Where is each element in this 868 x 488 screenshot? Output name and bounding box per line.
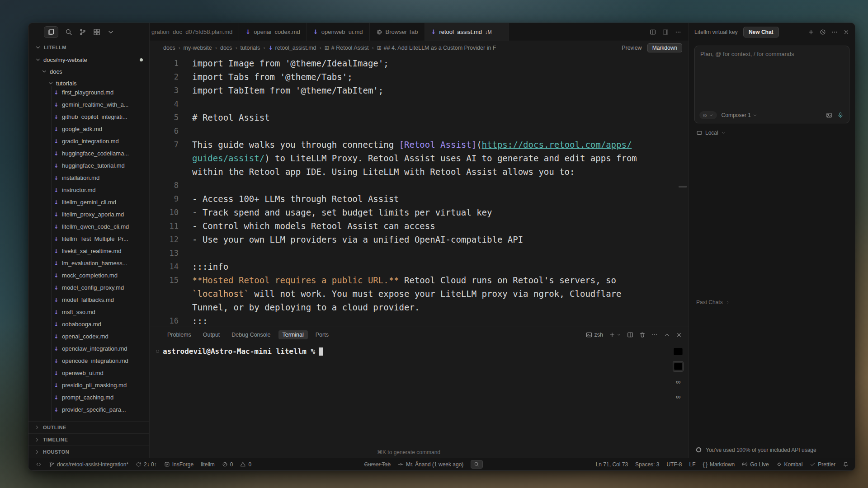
status-kombai[interactable]: Kombai <box>776 461 803 468</box>
status-2-0[interactable]: 2↓ 0↑ <box>136 461 157 468</box>
chevron-down-button[interactable] <box>107 28 114 36</box>
close-chat-panel-icon[interactable] <box>843 29 849 35</box>
status-utf-8[interactable]: UTF-8 <box>666 461 682 468</box>
maximize-panel-icon[interactable] <box>664 332 670 338</box>
file-presidio-pii-masking-md[interactable]: ↓presidio_pii_masking.md <box>28 379 149 391</box>
close-icon[interactable] <box>497 29 502 35</box>
file-openclaw-integration-md[interactable]: ↓openclaw_integration.md <box>28 343 149 355</box>
kill-terminal-icon[interactable] <box>639 332 646 338</box>
file-openai-codex-md[interactable]: ↓openai_codex.md <box>28 330 149 343</box>
file-openweb-ui-md[interactable]: ↓openweb_ui.md <box>28 367 149 379</box>
tab-openai-codex-md[interactable]: ↓openai_codex.md <box>239 23 307 41</box>
terminal-icon[interactable] <box>673 361 684 372</box>
composer-selector[interactable]: Composer 1 <box>722 112 757 118</box>
breadcrumb-item-docs[interactable]: docs <box>220 45 232 51</box>
chat-input-box[interactable]: ∞ Composer 1 <box>694 46 849 123</box>
customize-layout-icon[interactable] <box>662 29 669 35</box>
status-spaces-3[interactable]: Spaces: 3 <box>635 461 659 468</box>
file-mock-completion-md[interactable]: ↓mock_completion.md <box>28 269 149 282</box>
terminal-content[interactable]: astrodevil@Astro-Mac-mini litellm % <box>150 343 668 458</box>
file-first-playground-md[interactable]: ↓first_playground.md <box>28 86 149 99</box>
shell-indicator[interactable]: zsh <box>586 332 603 338</box>
image-icon[interactable] <box>826 112 832 118</box>
status-prettier[interactable]: Prettier <box>810 461 835 468</box>
split-editor-icon[interactable] <box>650 29 656 35</box>
file-litellm-test-multiple-pr[interactable]: ↓litellm_Test_Multiple_Pr... <box>28 233 149 245</box>
split-terminal-icon[interactable] <box>627 332 633 338</box>
file-instructor-md[interactable]: ↓instructor.md <box>28 184 149 196</box>
status-0[interactable]: 0 <box>240 461 251 468</box>
file-prompt-caching-md[interactable]: ↓prompt_caching.md <box>28 391 149 404</box>
more-actions-icon[interactable] <box>675 29 681 35</box>
breadcrumb-item-my-website[interactable]: my-website <box>184 45 212 51</box>
file-gemini-realtime-with-a[interactable]: ↓gemini_realtime_with_a... <box>28 99 149 111</box>
chat-input[interactable] <box>700 51 844 100</box>
mic-icon[interactable] <box>837 112 844 118</box>
file-litellm-gemini-cli-md[interactable]: ↓litellm_gemini_cli.md <box>28 196 149 208</box>
infinity-icon[interactable]: ∞ <box>673 391 684 402</box>
status-bell[interactable] <box>843 461 849 467</box>
history-icon[interactable] <box>820 29 826 35</box>
breadcrumb-item-tutorials[interactable]: tutorials <box>241 45 260 51</box>
search-button[interactable] <box>65 28 72 36</box>
terminal-icon[interactable] <box>673 346 684 357</box>
status-litellm[interactable]: litellm <box>201 461 215 468</box>
file-model-config-proxy-md[interactable]: ↓model_config_proxy.md <box>28 282 149 294</box>
file-gradio-integration-md[interactable]: ↓gradio_integration.md <box>28 135 149 147</box>
file-opencode-integration-md[interactable]: ↓opencode_integration.md <box>28 355 149 367</box>
new-chat-button[interactable]: New Chat <box>743 27 779 38</box>
tab-gration-doc-d075fd58-plan-md[interactable]: gration_doc_d075fd58.plan.md <box>150 23 239 41</box>
branch-button[interactable] <box>79 28 86 36</box>
panel-tab-terminal[interactable]: Terminal <box>278 330 308 339</box>
file-google-adk-md[interactable]: ↓google_adk.md <box>28 123 149 135</box>
extensions-button[interactable] <box>93 28 100 36</box>
status-cursor-tab[interactable]: Cursor Tab <box>364 461 390 468</box>
terminal-more-icon[interactable] <box>651 332 658 338</box>
files-button[interactable] <box>44 26 58 38</box>
status-go-live[interactable]: Go Live <box>742 461 769 468</box>
file-installation-md[interactable]: ↓installation.md <box>28 172 149 184</box>
file-provider-specific-para[interactable]: ↓provider_specific_para... <box>28 404 149 416</box>
status-insforge[interactable]: InsForge <box>164 461 193 468</box>
folder-docs-my-website[interactable]: docs/my-website <box>28 54 149 66</box>
file-lm-evaluation-harness[interactable]: ↓lm_evaluation_harness... <box>28 257 149 269</box>
workspace-header[interactable]: LITELLM <box>28 41 149 54</box>
breadcrumb-item-4-add-litellm-as-a-custom-provider-in-f[interactable]: ⊞## 4. Add LiteLLM as a Custom Provider … <box>377 45 496 51</box>
panel-tab-output[interactable]: Output <box>199 330 224 339</box>
file-huggingface-codellama[interactable]: ↓huggingface_codellama... <box>28 147 149 160</box>
sidebar-section-outline[interactable]: OUTLINE <box>28 421 149 433</box>
markdown-mode-button[interactable]: Markdown <box>647 43 682 52</box>
breadcrumb-item-retool-assist[interactable]: ⊞# Retool Assist <box>325 45 369 51</box>
file-oobabooga-md[interactable]: ↓oobabooga.md <box>28 318 149 330</box>
status-search[interactable] <box>471 460 483 469</box>
add-chat-icon[interactable] <box>808 29 814 35</box>
status-lf[interactable]: LF <box>689 461 695 468</box>
file-msft-sso-md[interactable]: ↓msft_sso.md <box>28 306 149 318</box>
infinity-icon[interactable]: ∞ <box>673 376 684 387</box>
panel-tab-ports[interactable]: Ports <box>311 330 333 339</box>
preview-toggle[interactable]: Preview <box>622 45 642 51</box>
mode-selector[interactable]: Local <box>689 127 855 139</box>
status-markdown[interactable]: { }Markdown <box>703 461 735 468</box>
file-model-fallbacks-md[interactable]: ↓model_fallbacks.md <box>28 294 149 306</box>
sidebar-section-houston[interactable]: HOUSTON <box>28 446 149 458</box>
tab-retool-assist-md[interactable]: ↓retool_assist.md↓M <box>425 23 509 41</box>
file-github-copilot-integrati[interactable]: ↓github_copilot_integrati... <box>28 111 149 123</box>
breadcrumb-item-retool-assist-md[interactable]: ↓retool_assist.md <box>269 45 316 51</box>
tab-browser-tab[interactable]: Browser Tab <box>370 23 425 41</box>
status-ln-71-col-73[interactable]: Ln 71, Col 73 <box>596 461 628 468</box>
editor-pane[interactable]: 1import Image from '@theme/IdealImage';2… <box>150 55 689 327</box>
model-selector[interactable]: ∞ <box>699 111 717 119</box>
new-terminal-button[interactable] <box>609 332 621 338</box>
breadcrumb-item-docs[interactable]: docs <box>163 45 175 51</box>
status-0[interactable]: 0 <box>222 461 233 468</box>
file-livekit-xai-realtime-md[interactable]: ↓livekit_xai_realtime.md <box>28 245 149 257</box>
status-mr-nand-1-week-ago[interactable]: Mr. Ånand (1 week ago) <box>398 461 463 468</box>
panel-tab-problems[interactable]: Problems <box>163 330 195 339</box>
close-panel-icon[interactable] <box>676 332 682 338</box>
status-docs-retool-assist-integration[interactable]: docs/retool-assist-integration* <box>49 461 128 468</box>
tab-openweb-ui-md[interactable]: ↓openweb_ui.md <box>307 23 370 41</box>
file-litellm-qwen-code-cli-md[interactable]: ↓litellm_qwen_code_cli.md <box>28 221 149 233</box>
past-chats[interactable]: Past Chats <box>689 299 855 305</box>
file-huggingface-tutorial-md[interactable]: ↓huggingface_tutorial.md <box>28 160 149 172</box>
